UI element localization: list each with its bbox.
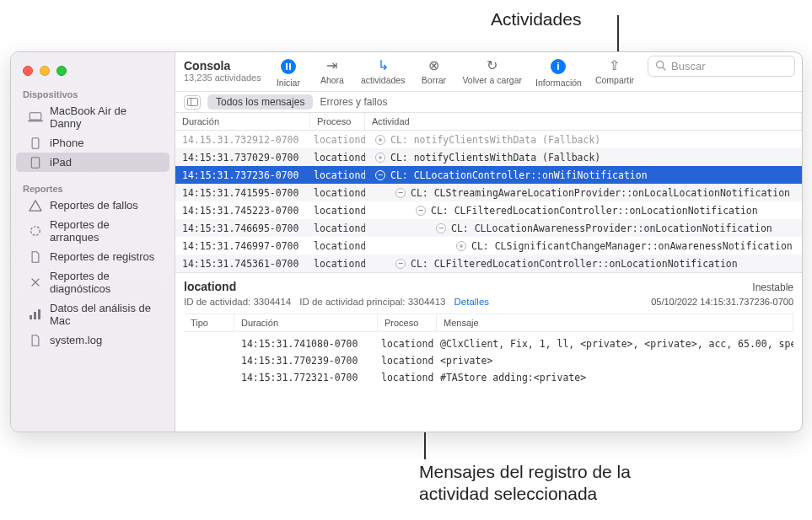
filter-errors-faults[interactable]: Errores y fallos [320, 96, 387, 108]
disclosure-collapse-icon[interactable] [395, 188, 406, 198]
table-header: Duración Proceso Actividad [175, 113, 802, 131]
row-activity: CL: CLStreamingAwareLocationProvider::on… [365, 187, 802, 199]
detail-status: Inestable [752, 281, 793, 293]
disclosure-collapse-icon[interactable] [395, 259, 406, 269]
sidebar-device-iphone[interactable]: iPhone [16, 133, 169, 153]
phone-icon [28, 137, 43, 149]
window-controls [11, 59, 175, 84]
activity-row[interactable]: 14:15:31.746997-0700locationdCL: CLSigni… [175, 237, 802, 255]
svg-rect-10 [289, 63, 291, 70]
sidebar-report-diag[interactable]: Reportes de diagnósticos [16, 266, 169, 298]
sidebar-item-label: system.log [50, 334, 102, 346]
sidebar-device-ipad[interactable]: iPad [16, 153, 169, 172]
callout-actividades: Actividades [491, 8, 581, 30]
toolbar-clear-button[interactable]: ⊗ Borrar [413, 56, 454, 87]
close-traffic-light[interactable] [23, 66, 33, 76]
disclosure-collapse-icon[interactable] [416, 206, 426, 216]
col-header-activity[interactable]: Actividad [365, 113, 802, 130]
chart-icon [28, 308, 43, 320]
sidebar-heading-devices: Dispositivos [11, 84, 175, 101]
file-icon [28, 335, 43, 346]
sidebar-toggle-button[interactable] [184, 95, 201, 110]
row-activity-text: CL: CLLocationController::onWifiNotifica… [390, 169, 648, 181]
row-activity: CL: notifyClientsWithData (Fallback) [365, 152, 802, 164]
dcol-dur[interactable]: Duración [234, 314, 378, 331]
row-activity-text: CL: notifyClientsWithData (Fallback) [390, 134, 600, 146]
row-process: locationd [310, 134, 365, 146]
dcol-msg[interactable]: Mensaje [437, 314, 793, 331]
sidebar-device-mac[interactable]: MacBook Air de Danny [16, 101, 169, 133]
activity-row[interactable]: 14:15:31.737236-0700locationdCL: CLLocat… [175, 166, 802, 184]
row-activity: CL: CLFilteredLocationController::onLoca… [365, 258, 802, 270]
sidebar-systemlog[interactable]: system.log [16, 330, 169, 350]
activity-row[interactable]: 14:15:31.745223-0700locationdCL: CLFilte… [175, 201, 802, 219]
pause-icon [279, 57, 298, 76]
activity-row[interactable]: 14:15:31.741595-0700locationdCL: CLStrea… [175, 184, 802, 201]
row-duration: 14:15:31.746997-0700 [175, 240, 310, 252]
row-activity: CL: CLLocationController::onWifiNotifica… [365, 169, 802, 181]
toolbar-now-button[interactable]: ⇥ Ahora [312, 56, 352, 87]
search-placeholder: Buscar [671, 60, 705, 72]
col-header-process[interactable]: Proceso [310, 113, 365, 130]
toolbar-share-button[interactable]: ⇪ Compartir [590, 56, 639, 87]
dcol-tipo[interactable]: Tipo [184, 314, 234, 331]
detail-parent-id: ID de actividad principal: 3304413 [299, 297, 445, 307]
dcol-proc[interactable]: Proceso [378, 314, 437, 331]
toolbar-label: actividades [361, 75, 406, 85]
toolbar-start-button[interactable]: Iniciar [268, 56, 309, 89]
leaf-node-icon [456, 241, 466, 251]
disclosure-collapse-icon[interactable] [436, 223, 446, 233]
activity-row[interactable]: 14:15:31.746695-0700locationdCL: CLLocat… [175, 219, 802, 237]
drow-msg: #TAStore adding:<private> [437, 372, 793, 383]
col-header-duration[interactable]: Duración [175, 113, 310, 130]
activity-row[interactable]: 14.15.31.732912-0700locationdCL: notifyC… [175, 131, 802, 148]
sidebar-item-label: MacBook Air de Danny [50, 105, 161, 130]
activity-row[interactable]: 14:15:31.745361-0700locationdCL: CLFilte… [175, 255, 802, 272]
detail-row[interactable]: 14:15:31.772321-0700locationd#TAStore ad… [184, 369, 793, 386]
share-icon: ⇪ [609, 57, 620, 73]
minimize-traffic-light[interactable] [40, 66, 50, 76]
main-pane: Consola 13,235 actividades Iniciar ⇥ Aho… [175, 52, 802, 432]
row-duration: 14.15.31.732912-0700 [175, 134, 310, 146]
svg-rect-2 [32, 137, 39, 147]
sidebar-report-log[interactable]: Reportes de registros [16, 247, 169, 266]
toolbar-label: Información [535, 78, 582, 88]
activity-row[interactable]: 14:15:31.737029-0700locationdCL: notifyC… [175, 148, 802, 166]
sidebar: Dispositivos MacBook Air de Danny iPhone… [11, 52, 175, 432]
row-process: locationd [310, 240, 365, 252]
spinner-icon [28, 225, 43, 237]
svg-rect-9 [286, 63, 288, 70]
row-process: locationd [310, 222, 365, 234]
row-duration: 14:15:31.745361-0700 [175, 258, 310, 270]
row-process: locationd [310, 169, 365, 181]
drow-proc: locationd [378, 338, 437, 350]
zoom-traffic-light[interactable] [56, 66, 67, 76]
row-activity-text: CL: notifyClientsWithData (Fallback) [390, 152, 600, 164]
detail-link-detalles[interactable]: Detalles [454, 297, 490, 307]
drow-dur: 14:15:31.772321-0700 [234, 372, 378, 383]
detail-row[interactable]: 14:15:31.741080-0700locationd@ClxClient,… [184, 335, 793, 352]
disclosure-collapse-icon[interactable] [375, 170, 385, 180]
sidebar-item-label: Reportes de fallos [50, 199, 138, 212]
svg-point-13 [657, 61, 664, 67]
filter-all-messages[interactable]: Todos los mensajes [207, 94, 313, 110]
toolbar-info-button[interactable]: i Información [530, 56, 587, 89]
sidebar-report-crashes[interactable]: Reportes de fallos [16, 196, 169, 215]
toolbar-label: Borrar [422, 75, 446, 85]
laptop-icon [28, 111, 43, 123]
sidebar-item-label: iPad [50, 156, 72, 169]
search-field[interactable]: Buscar [648, 56, 795, 77]
row-activity-text: CL: CLStreamingAwareLocationProvider::on… [411, 187, 790, 199]
sidebar-report-spin[interactable]: Reportes de arranques [16, 215, 169, 247]
detail-timestamp: 05/10/2022 14:15:31.737236-0700 [651, 297, 793, 307]
detail-table-header: Tipo Duración Proceso Mensaje [184, 314, 793, 332]
row-duration: 14:15:31.746695-0700 [175, 222, 310, 234]
toolbar-activities-button[interactable]: ↳ actividades [356, 56, 411, 87]
svg-rect-15 [187, 99, 197, 106]
sidebar-item-label: Reportes de registros [50, 250, 154, 263]
sidebar-report-analytics[interactable]: Datos del análisis de Mac [16, 298, 169, 330]
detail-row[interactable]: 14:15:31.770239-0700locationd<private> [184, 352, 793, 369]
row-process: locationd [310, 258, 365, 270]
toolbar-reload-button[interactable]: ↻ Volver a cargar [457, 56, 527, 87]
reload-icon: ↻ [487, 57, 497, 73]
